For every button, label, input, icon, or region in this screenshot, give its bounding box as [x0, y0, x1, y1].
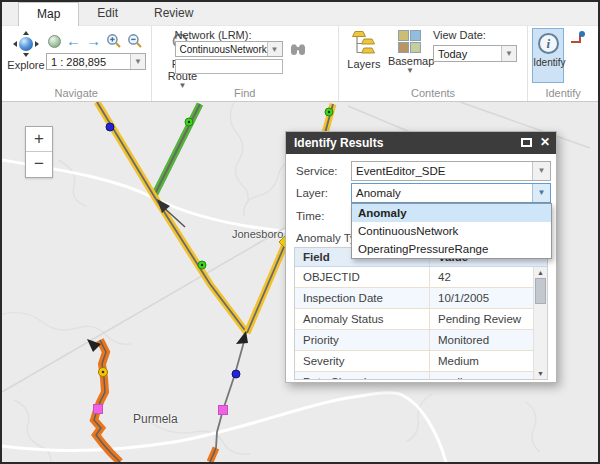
close-icon[interactable]: ✕ — [540, 135, 550, 149]
service-label: Service: — [296, 165, 338, 177]
explore-icon — [12, 31, 40, 57]
identify-button[interactable]: i Identify — [532, 28, 564, 83]
tab-edit[interactable]: Edit — [79, 2, 136, 26]
identify-icon: i — [538, 33, 559, 54]
ribbon-tab-bar: Map Edit Review — [2, 2, 598, 26]
pink-square-marker — [94, 405, 103, 414]
network-value: ContinuousNetwork — [176, 42, 267, 56]
app-window: Map Edit Review Explore — [0, 0, 600, 464]
map-label-jonesboro: Jonesboro — [232, 228, 283, 240]
group-label-navigate: Navigate — [2, 87, 151, 99]
ribbon-group-identify: i Identify Identify — [528, 26, 598, 101]
chevron-down-icon[interactable]: ▼ — [532, 162, 550, 180]
zoom-out-icon[interactable] — [127, 33, 143, 49]
group-label-contents: Contents — [339, 87, 527, 99]
table-scrollbar[interactable]: ▲ ▼ — [533, 267, 547, 379]
scale-value: 1 : 288,895 — [47, 54, 130, 69]
attributes-table: Field Value OBJECTID42 Inspection Date10… — [294, 247, 548, 380]
chevron-down-icon[interactable]: ▼ — [267, 42, 282, 56]
layer-dropdown-list: Anomaly ContinuousNetwork OperatingPress… — [351, 203, 552, 259]
popup-titlebar[interactable]: Identify Results ✕ — [286, 132, 556, 154]
map-canvas[interactable]: Jonesboro Purmela + − Identify Results ✕… — [2, 102, 598, 462]
map-zoom-out-button[interactable]: − — [26, 152, 52, 177]
group-label-find: Find — [152, 87, 338, 99]
time-label: Time: — [296, 210, 324, 222]
route-arrow-icon — [236, 331, 248, 344]
route-input[interactable] — [175, 59, 283, 74]
popup-body: Service: EventEditor_SDE ▼ Layer: Anomal… — [286, 154, 556, 382]
layer-value: Anomaly — [352, 184, 532, 202]
group-label-identify: Identify — [528, 87, 598, 99]
blue-point-marker — [232, 370, 240, 378]
network-lrm-label: Network (LRM): — [175, 29, 252, 41]
view-date-value: Today — [434, 46, 501, 61]
dropdown-option-anomaly[interactable]: Anomaly — [352, 204, 551, 222]
map-zoom-control: + − — [25, 126, 53, 178]
chevron-down-icon: ▼ — [388, 67, 432, 75]
ribbon-group-find: Find Route ▼ Network (LRM): ContinuousNe… — [152, 26, 339, 101]
layers-label: Layers — [344, 58, 384, 70]
layers-icon — [351, 30, 377, 56]
identify-route-tool-icon[interactable] — [569, 30, 586, 46]
scroll-down-icon[interactable]: ▼ — [534, 370, 547, 377]
ribbon: Explore ← → 1 : 288,895 — [2, 26, 598, 102]
table-row[interactable]: PriorityMonitored — [295, 330, 533, 351]
binoculars-icon[interactable] — [290, 43, 306, 57]
map-label-purmela: Purmela — [133, 412, 178, 426]
blue-point-marker — [106, 123, 114, 131]
popup-title: Identify Results — [294, 136, 383, 150]
pink-square-marker — [219, 406, 228, 415]
tab-review[interactable]: Review — [136, 2, 211, 26]
service-combobox[interactable]: EventEditor_SDE ▼ — [351, 161, 551, 181]
basemap-icon — [398, 30, 421, 53]
network-combobox[interactable]: ContinuousNetwork ▼ — [175, 41, 283, 57]
chevron-down-icon[interactable]: ▼ — [501, 46, 516, 61]
layer-label: Layer: — [296, 187, 328, 199]
basemap-button[interactable]: Basemap ▼ — [388, 30, 432, 75]
next-extent-icon[interactable]: → — [86, 34, 101, 48]
scrollbar-thumb[interactable] — [535, 278, 546, 304]
previous-extent-icon[interactable]: ← — [66, 34, 81, 48]
explore-button[interactable]: Explore — [5, 31, 47, 71]
dropdown-option-continuousnetwork[interactable]: ContinuousNetwork — [352, 222, 551, 240]
dropdown-option-operatingpressurerange[interactable]: OperatingPressureRange — [352, 240, 551, 258]
full-extent-globe-icon[interactable] — [48, 35, 61, 48]
maximize-icon[interactable] — [521, 138, 532, 147]
scroll-up-icon[interactable]: ▲ — [534, 269, 547, 276]
table-row[interactable]: Date Closed<null> — [295, 372, 533, 380]
zoom-in-icon[interactable] — [106, 33, 122, 49]
scale-combobox[interactable]: 1 : 288,895 ▼ — [46, 53, 146, 70]
view-date-label: View Date: — [433, 29, 486, 41]
layers-button[interactable]: Layers — [344, 30, 384, 70]
chevron-down-icon[interactable]: ▼ — [532, 184, 550, 202]
table-row[interactable]: Inspection Date10/1/2005 — [295, 288, 533, 309]
chevron-down-icon[interactable]: ▼ — [130, 54, 145, 69]
map-zoom-in-button[interactable]: + — [26, 127, 52, 152]
table-row[interactable]: OBJECTID42 — [295, 267, 533, 288]
explore-label: Explore — [5, 59, 47, 71]
ribbon-group-navigate: Explore ← → 1 : 288,895 — [2, 26, 152, 101]
layer-combobox[interactable]: Anomaly ▼ — [351, 183, 551, 203]
tab-map[interactable]: Map — [18, 2, 79, 26]
view-date-combobox[interactable]: Today ▼ — [433, 45, 517, 62]
table-row[interactable]: Anomaly StatusPending Review — [295, 309, 533, 330]
identify-label: Identify — [533, 57, 563, 68]
ribbon-group-contents: Layers Basemap ▼ View Date: Today ▼ Cont… — [339, 26, 528, 101]
service-value: EventEditor_SDE — [352, 162, 532, 180]
identify-results-popup: Identify Results ✕ Service: EventEditor_… — [285, 131, 557, 383]
pipeline-green — [154, 104, 200, 196]
table-row[interactable]: SeverityMedium — [295, 351, 533, 372]
